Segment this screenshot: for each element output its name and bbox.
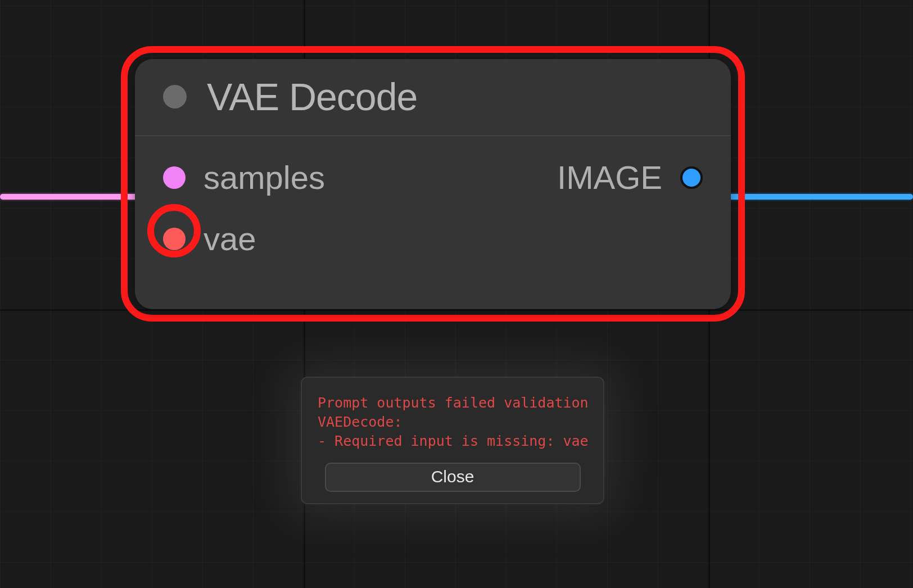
output-image[interactable]: IMAGE: [557, 159, 703, 196]
input-samples[interactable]: samples: [163, 159, 325, 196]
connection-samples[interactable]: [0, 194, 146, 200]
close-button[interactable]: Close: [325, 463, 581, 492]
output-label-image: IMAGE: [557, 159, 662, 196]
input-vae[interactable]: vae: [163, 220, 703, 257]
node-title: VAE Decode: [207, 75, 417, 119]
input-label-vae: vae: [204, 220, 256, 257]
node-body: samples IMAGE vae: [135, 136, 731, 280]
node-header[interactable]: VAE Decode: [135, 59, 731, 136]
error-dialog: Prompt outputs failed validation VAEDeco…: [301, 377, 604, 504]
port-samples-icon[interactable]: [163, 166, 186, 189]
collapse-toggle-icon[interactable]: [163, 85, 187, 108]
port-vae-icon[interactable]: [163, 228, 186, 250]
error-message: Prompt outputs failed validation VAEDeco…: [318, 393, 587, 450]
node-vae-decode[interactable]: VAE Decode samples IMAGE vae: [135, 59, 731, 309]
input-label-samples: samples: [204, 159, 325, 196]
port-image-icon[interactable]: [680, 166, 703, 189]
connection-image[interactable]: [720, 194, 913, 200]
